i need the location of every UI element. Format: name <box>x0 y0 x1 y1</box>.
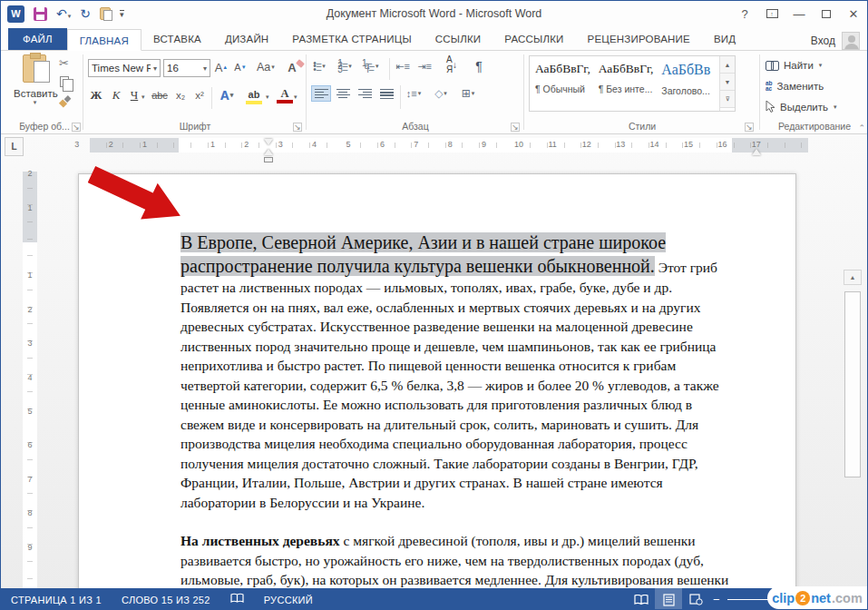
copy-button[interactable] <box>60 76 69 90</box>
maximize-button[interactable] <box>813 1 840 26</box>
scroll-up-button[interactable]: ▲ <box>844 270 862 285</box>
paste-button[interactable]: Вставить ▾ <box>14 54 55 106</box>
word-count[interactable]: СЛОВО 15 ИЗ 252 <box>112 595 220 605</box>
document-text[interactable]: В Европе, Северной Америке, Азии и в наш… <box>180 231 734 588</box>
bullets-button[interactable]: •–•–•–▾ <box>311 58 327 74</box>
underline-button[interactable]: Ч <box>126 87 142 103</box>
align-right-button[interactable] <box>356 85 373 102</box>
hanging-indent-marker[interactable] <box>264 149 273 155</box>
document-page[interactable]: В Европе, Северной Америке, Азии и в наш… <box>78 173 796 588</box>
scrollbar-thumb[interactable] <box>844 291 861 477</box>
styles-dialog-launcher[interactable]: ↘ <box>745 123 754 132</box>
paragraph-1[interactable]: В Европе, Северной Америке, Азии и в наш… <box>180 231 734 512</box>
numbering-button[interactable]: 1–2–3–▾ <box>336 58 353 74</box>
subscript-button[interactable]: x₂ <box>172 87 189 103</box>
web-layout-button[interactable] <box>682 588 709 610</box>
styles-scroll-down-button[interactable]: ▼ <box>720 74 735 91</box>
tab-insert[interactable]: ВСТАВКА <box>141 28 213 50</box>
font-size-combo[interactable]: 16 ▾ <box>163 59 210 77</box>
select-dropdown-icon[interactable]: ▾ <box>834 103 837 111</box>
clear-formatting-button[interactable]: A <box>284 59 300 75</box>
line-spacing-button[interactable]: ↕≡▾ <box>405 85 422 102</box>
find-dropdown-icon[interactable]: ▾ <box>819 62 823 69</box>
tab-references[interactable]: ССЫЛКИ <box>424 28 493 50</box>
style-no-spacing[interactable]: АаБбВвГг, ¶ Без инте... <box>593 56 657 109</box>
tab-file[interactable]: ФАЙЛ <box>8 28 67 50</box>
shrink-font-button[interactable]: A <box>232 59 249 75</box>
ribbon-display-options-button[interactable] <box>758 1 785 26</box>
paragraph-2[interactable]: На лиственных деревьях с мягкой древесин… <box>180 531 734 588</box>
style-normal[interactable]: АаБбВвГг, ¶ Обычный <box>530 56 593 109</box>
font-size-dropdown-icon[interactable]: ▾ <box>200 64 207 73</box>
tab-mailings[interactable]: РАССЫЛКИ <box>493 28 575 50</box>
multilevel-list-button[interactable]: 1– a– i–▾ <box>362 58 378 74</box>
clipboard-dialog-launcher[interactable]: ↘ <box>72 123 81 132</box>
shading-button[interactable]: ◇▾ <box>433 85 449 102</box>
right-indent-marker[interactable] <box>752 149 761 155</box>
left-indent-marker[interactable] <box>264 157 273 162</box>
minimize-button[interactable]: — <box>785 1 813 26</box>
touch-mouse-mode-icon[interactable] <box>100 7 111 20</box>
cut-button[interactable]: ✂ <box>59 56 69 70</box>
read-mode-button[interactable] <box>628 588 655 610</box>
text-effects-button[interactable]: A▾ <box>219 87 235 103</box>
paste-dropdown-icon[interactable]: ▾ <box>15 99 55 106</box>
page-indicator[interactable]: СТРАНИЦА 1 ИЗ 1 <box>1 595 112 605</box>
highlight-button[interactable]: ab <box>246 88 262 104</box>
tab-home[interactable]: ГЛАВНАЯ <box>67 29 141 51</box>
borders-button[interactable]: ⊞▾ <box>460 85 476 102</box>
highlight-dropdown-icon[interactable]: ▾ <box>266 93 269 101</box>
save-icon[interactable] <box>34 7 47 21</box>
bold-button[interactable]: Ж <box>88 87 104 103</box>
font-color-dropdown-icon[interactable]: ▾ <box>294 93 297 101</box>
font-name-combo[interactable]: Times New Roman ▾ <box>88 59 161 77</box>
close-button[interactable]: ✕ <box>840 1 867 26</box>
sort-button[interactable]: АЯ↓ <box>444 56 460 73</box>
proofing-status[interactable] <box>220 593 254 606</box>
tab-stop-selector[interactable]: L <box>5 137 24 156</box>
customize-qat-icon[interactable]: ▾ <box>120 10 124 17</box>
styles-scroll-up-button[interactable]: ▲ <box>720 56 735 74</box>
tab-review[interactable]: РЕЦЕНЗИРОВАНИЕ <box>576 28 702 50</box>
style-heading1[interactable]: АаБбВв Заголово... <box>656 56 719 109</box>
undo-icon[interactable]: ↶▾ <box>56 7 71 20</box>
show-marks-button[interactable]: ¶ <box>471 58 487 74</box>
paragraph-2-lead[interactable]: На лиственных деревьях <box>180 533 340 548</box>
styles-more-button[interactable]: ⊽ <box>720 91 735 108</box>
font-color-button[interactable]: А <box>277 87 293 103</box>
undo-dropdown-icon[interactable]: ▾ <box>68 13 72 19</box>
find-button[interactable]: Найти ▾ <box>766 55 822 74</box>
font-name-dropdown-icon[interactable]: ▾ <box>151 64 157 73</box>
tab-view[interactable]: ВИД <box>702 28 747 50</box>
collapse-ribbon-button[interactable]: ⌃ <box>858 123 865 133</box>
italic-button[interactable]: К <box>108 87 124 103</box>
sign-in[interactable]: Вход <box>811 32 867 50</box>
superscript-button[interactable]: x² <box>191 87 208 103</box>
increase-indent-button[interactable]: ⇥≡ <box>416 58 433 74</box>
underline-dropdown-icon[interactable]: ▾ <box>141 93 145 101</box>
select-button[interactable]: Выделить ▾ <box>766 97 837 116</box>
avatar[interactable] <box>842 32 860 50</box>
format-painter-button[interactable] <box>60 96 70 109</box>
align-left-button[interactable] <box>311 85 331 102</box>
grow-font-button[interactable]: A <box>213 59 229 75</box>
redo-icon[interactable]: ↻ <box>80 7 91 20</box>
strikethrough-button[interactable]: abc <box>151 87 168 103</box>
align-center-button[interactable] <box>335 85 351 102</box>
help-button[interactable]: ? <box>731 1 758 26</box>
vertical-scrollbar[interactable]: ▲ ▼ <box>843 270 863 588</box>
change-case-button[interactable]: Aa▾ <box>257 59 275 75</box>
paragraph-1-text[interactable]: Этот гриб растет на лиственных породах —… <box>180 260 719 510</box>
language-indicator[interactable]: РУССКИЙ <box>254 595 323 605</box>
tab-design[interactable]: ДИЗАЙН <box>213 28 280 50</box>
selected-heading-text[interactable]: В Европе, Северной Америке, Азии и в наш… <box>180 232 666 276</box>
paragraph-dialog-launcher[interactable]: ↘ <box>511 123 520 132</box>
justify-button[interactable] <box>378 85 395 102</box>
tab-page-layout[interactable]: РАЗМЕТКА СТРАНИЦЫ <box>280 28 423 50</box>
h-ruler[interactable]: 3211234567891011121314151617 <box>90 138 808 152</box>
font-dialog-launcher[interactable]: ↘ <box>293 123 302 132</box>
v-ruler[interactable]: 21123456789 <box>23 172 37 588</box>
print-layout-button[interactable] <box>655 588 682 610</box>
replace-button[interactable]: abac Заменить <box>766 76 824 95</box>
first-line-indent-marker[interactable] <box>264 139 273 145</box>
